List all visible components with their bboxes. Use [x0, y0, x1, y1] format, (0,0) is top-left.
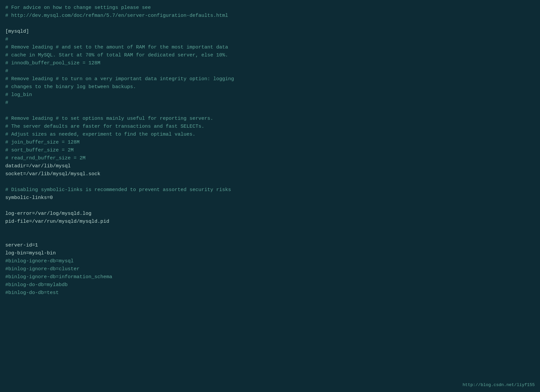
code-line: #binlog-ignore-db=information_schema	[5, 273, 535, 281]
code-line: # changes to the binary log between back…	[5, 83, 535, 91]
code-line: # read_rnd_buffer_size = 2M	[5, 154, 535, 162]
code-line	[5, 178, 535, 186]
code-line: # innodb_buffer_pool_size = 128M	[5, 59, 535, 67]
code-line: # For advice on how to change settings p…	[5, 4, 535, 12]
code-line: datadir=/var/lib/mysql	[5, 162, 535, 170]
code-line	[5, 107, 535, 115]
code-line: # sort_buffer_size = 2M	[5, 147, 535, 154]
watermark: http://blog.csdn.net/liyf155	[463, 382, 535, 389]
code-line: #	[5, 67, 535, 75]
code-line: #	[5, 99, 535, 107]
code-line: # Remove leading # to set options mainly…	[5, 115, 535, 123]
code-line: # Disabling symbolic-links is recommende…	[5, 186, 535, 194]
code-line: pid-file=/var/run/mysqld/mysqld.pid	[5, 218, 535, 226]
code-line: #binlog-ignore-db=mysql	[5, 257, 535, 265]
code-line: # log_bin	[5, 91, 535, 99]
code-line: # Remove leading # and set to the amount…	[5, 44, 535, 51]
code-line: #	[5, 36, 535, 44]
code-line: # http://dev.mysql.com/doc/refman/5.7/en…	[5, 12, 535, 20]
code-line: # join_buffer_size = 128M	[5, 139, 535, 147]
code-line: # cache in MySQL. Start at 70% of total …	[5, 51, 535, 59]
code-line: # The server defaults are faster for tra…	[5, 123, 535, 131]
code-line: symbolic-links=0	[5, 194, 535, 202]
code-line	[5, 202, 535, 210]
code-line	[5, 226, 535, 234]
code-line: [mysqld]	[5, 28, 535, 36]
code-editor: # For advice on how to change settings p…	[0, 0, 540, 392]
code-line: # Remove leading # to turn on a very imp…	[5, 75, 535, 83]
code-line: log-error=/var/log/mysqld.log	[5, 210, 535, 218]
code-line	[5, 20, 535, 28]
code-line: socket=/var/lib/mysql/mysql.sock	[5, 170, 535, 178]
code-line: #binlog-do-db=mylabdb	[5, 281, 535, 289]
code-line	[5, 234, 535, 242]
code-line: #binlog-do-db=test	[5, 289, 535, 297]
code-line: #binlog-ignore-db=cluster	[5, 265, 535, 273]
code-line: # Adjust sizes as needed, experiment to …	[5, 131, 535, 139]
code-line: log-bin=mysql-bin	[5, 249, 535, 257]
code-line: server-id=1	[5, 242, 535, 249]
